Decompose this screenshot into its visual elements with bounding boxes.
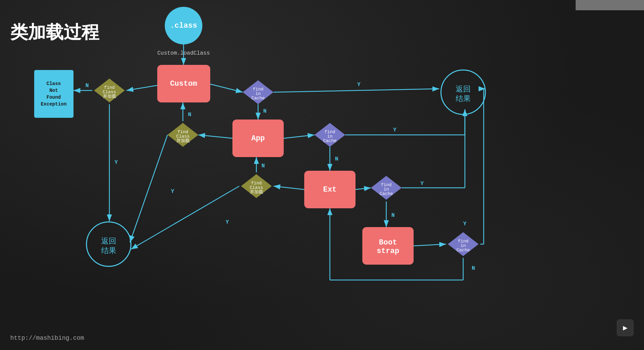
svg-text:N: N xyxy=(261,163,265,169)
svg-text:结果: 结果 xyxy=(456,95,471,103)
svg-line-18 xyxy=(273,186,304,190)
svg-text:Y: Y xyxy=(115,159,118,166)
svg-text:返回: 返回 xyxy=(456,85,471,94)
svg-text:Y: Y xyxy=(463,221,467,227)
svg-text:N: N xyxy=(472,265,475,271)
svg-text:并加载: 并加载 xyxy=(176,138,190,143)
svg-text:Cache: Cache xyxy=(379,191,393,196)
svg-text:.class: .class xyxy=(170,22,197,30)
svg-text:Custom: Custom xyxy=(170,80,197,88)
svg-line-38 xyxy=(126,85,157,90)
svg-text:Class: Class xyxy=(46,81,61,86)
svg-text:Y: Y xyxy=(420,181,424,187)
svg-text:并加载: 并加载 xyxy=(250,190,263,195)
svg-text:Y: Y xyxy=(393,127,397,133)
svg-line-12 xyxy=(284,135,314,138)
exception-node xyxy=(34,70,73,118)
svg-line-23 xyxy=(355,188,371,190)
svg-text:N: N xyxy=(85,83,89,89)
svg-text:N: N xyxy=(263,108,267,114)
svg-line-21 xyxy=(131,186,239,249)
svg-text:并加载: 并加载 xyxy=(103,94,116,99)
svg-text:Boot: Boot xyxy=(379,238,397,247)
svg-text:Not: Not xyxy=(49,88,58,93)
svg-line-3 xyxy=(273,89,439,92)
svg-line-7 xyxy=(198,135,232,138)
svg-text:Cache: Cache xyxy=(251,96,265,101)
svg-text:App: App xyxy=(251,134,265,143)
svg-text:Cache: Cache xyxy=(323,138,336,143)
svg-line-2 xyxy=(209,84,243,92)
svg-text:结果: 结果 xyxy=(101,247,116,255)
svg-text:strap: strap xyxy=(377,247,399,255)
diagram: Y N N Y Y N N Y Y N Y N N xyxy=(0,0,644,350)
svg-text:Y: Y xyxy=(226,219,229,225)
svg-text:N: N xyxy=(188,112,191,118)
svg-text:Exception: Exception xyxy=(41,101,67,107)
svg-text:返回: 返回 xyxy=(101,237,116,246)
svg-text:Y: Y xyxy=(171,188,174,195)
svg-line-29 xyxy=(414,244,446,246)
svg-text:Cache: Cache xyxy=(456,248,470,253)
svg-text:N: N xyxy=(335,156,338,162)
svg-line-10 xyxy=(130,135,167,242)
svg-text:Custom.loadClass: Custom.loadClass xyxy=(157,50,210,56)
svg-text:Found: Found xyxy=(46,95,61,100)
svg-text:N: N xyxy=(391,212,395,219)
svg-text:Ext: Ext xyxy=(323,185,337,194)
svg-text:Y: Y xyxy=(357,82,361,88)
